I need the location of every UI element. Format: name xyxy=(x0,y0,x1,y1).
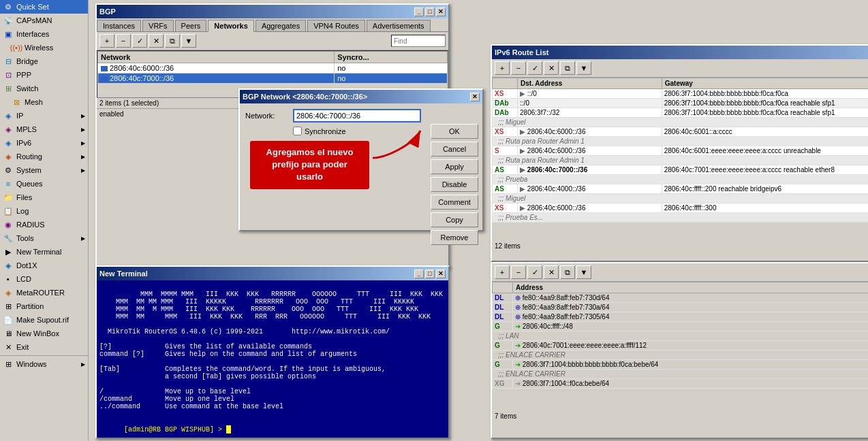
ipv6-check-btn[interactable]: ✓ xyxy=(527,61,542,75)
sidebar-item-capsman[interactable]: 📡 CAPsMAN xyxy=(0,14,88,27)
addr-table-row[interactable]: G ➜ 2806:40c:7001:eeee:eeee:eeee:a:ffff/… xyxy=(493,341,869,350)
route-table-row[interactable]: AS ▶ 2806:40c:7000::/36 2806:40c:7001:ee… xyxy=(493,165,869,175)
route-table-row[interactable]: ;;; Prueba xyxy=(493,175,869,184)
sidebar-item-log[interactable]: 📋 Log xyxy=(0,204,88,218)
route-table-row[interactable]: S ▶ 2806:40c:6000::/36 2806:40c:6001:eee… xyxy=(493,146,869,156)
bgp-filter-btn[interactable]: ▼ xyxy=(181,34,196,48)
terminal-minimize-btn[interactable]: _ xyxy=(414,270,424,278)
sidebar-item-radius[interactable]: ◉ RADIUS xyxy=(0,218,88,231)
route-table-row[interactable]: ;;; Miguel xyxy=(493,118,869,127)
sidebar-item-exit[interactable]: ✕ Exit xyxy=(0,340,88,354)
network-input[interactable] xyxy=(293,109,421,122)
terminal-body[interactable]: MMM MMMM MMM III KKK KKK RRRRRR OOOOOO T… xyxy=(97,280,448,438)
route-table-row[interactable]: ;;; Ruta para Router Admin 1 xyxy=(493,137,869,146)
bgp-find-input[interactable] xyxy=(391,35,446,47)
ipv6-titlebar[interactable]: IPv6 Route List _ □ ✕ xyxy=(492,46,868,59)
dialog-copy-btn[interactable]: Copy xyxy=(431,212,478,227)
addr-table-row[interactable]: ;;; LAN xyxy=(493,331,869,341)
terminal-close-btn[interactable]: ✕ xyxy=(436,270,446,278)
route-table-row[interactable]: ;;; Prueba Es... xyxy=(493,213,869,223)
dialog-comment-btn[interactable]: Comment xyxy=(431,195,478,210)
tab-networks[interactable]: Networks xyxy=(208,20,254,32)
route-table-row[interactable]: AS ▶ 2806:40c:4000::/36 2806:40c:ffff::2… xyxy=(493,184,869,194)
route-table-row[interactable]: ;;; Ruta para Router Admin 1 xyxy=(493,156,869,165)
addr-table-row[interactable]: DL ⊕ fe80::4aa9:8aff:feb7:7305/64 xyxy=(493,312,869,322)
sidebar-item-wireless[interactable]: ((•)) Wireless xyxy=(0,41,88,54)
sidebar-item-metarouter[interactable]: ◈ MetaROUTER xyxy=(0,286,88,299)
tab-instances[interactable]: Instances xyxy=(97,20,141,31)
sidebar-item-files[interactable]: 📁 Files xyxy=(0,191,88,204)
route-table-row[interactable]: XS ▶ 2806:40c:6000::/36 2806:40c:6001::a… xyxy=(493,127,869,137)
terminal-maximize-btn[interactable]: □ xyxy=(425,270,435,278)
bgp-check-btn[interactable]: ✓ xyxy=(132,34,147,48)
sidebar-item-ip[interactable]: ◈ IP ▶ xyxy=(0,109,88,122)
bgp-net-dialog-titlebar[interactable]: BGP Network <2806:40c:7000::/36> ✕ xyxy=(240,90,482,103)
bgp-titlebar[interactable]: BGP _ □ ✕ xyxy=(97,5,448,18)
bgp-table-row[interactable]: 2806:40c:6000::/36 no xyxy=(98,63,448,74)
route-table-row[interactable]: ;;; Miguel xyxy=(493,194,869,203)
sidebar-item-makesupout[interactable]: 📄 Make Supout.rif xyxy=(0,313,88,327)
dialog-disable-btn[interactable]: Disable xyxy=(431,177,478,192)
addr-table-row[interactable]: ;;; ENLACE CARRIER xyxy=(493,370,869,379)
tab-advertisements[interactable]: Advertisements xyxy=(367,20,431,31)
route-table-row[interactable]: DAb 2806:3f7::/32 2806:3f7:1004:bbbb:bbb… xyxy=(493,108,869,118)
tab-peers[interactable]: Peers xyxy=(175,20,207,31)
sidebar-item-quickset[interactable]: ⚙ Quick Set xyxy=(0,0,88,14)
sidebar-item-ipv6[interactable]: ◈ IPv6 ▶ xyxy=(0,136,88,150)
bgp-add-btn[interactable]: + xyxy=(99,34,114,48)
bgp-close-btn[interactable]: ✕ xyxy=(436,7,446,16)
sidebar-item-new-terminal[interactable]: ▶ New Terminal xyxy=(0,245,88,259)
addr-table-row[interactable]: G ➜ 2806:40c:ffff::/48 xyxy=(493,322,869,331)
sidebar-item-windows[interactable]: ⊞ Windows ▶ xyxy=(0,357,88,371)
dialog-cancel-btn[interactable]: Cancel xyxy=(431,142,478,157)
bgp-copy-btn[interactable]: ⧉ xyxy=(165,34,180,48)
dialog-apply-btn[interactable]: Apply xyxy=(431,159,478,174)
bgp-net-dialog-close[interactable]: ✕ xyxy=(470,93,480,101)
bgp-minimize-btn[interactable]: _ xyxy=(414,7,424,16)
route-table-row[interactable]: XS ▶ 2806:40c:6000::/36 2806:40c:ffff::3… xyxy=(493,203,869,213)
dialog-remove-btn[interactable]: Remove xyxy=(431,230,478,245)
addr-table-row[interactable]: DL ⊕ fe80::4aa9:8aff:feb7:730d/64 xyxy=(493,293,869,303)
addr-copy-btn[interactable]: ⧉ xyxy=(560,265,575,279)
tab-aggregates[interactable]: Aggregates xyxy=(255,20,306,31)
sidebar-item-tools[interactable]: 🔧 Tools ▶ xyxy=(0,231,88,245)
sidebar-item-bridge[interactable]: ⊟ Bridge xyxy=(0,54,88,68)
sidebar-item-ppp[interactable]: ⊡ PPP xyxy=(0,68,88,82)
sidebar-item-routing[interactable]: ◈ Routing ▶ xyxy=(0,150,88,163)
sidebar-item-mesh[interactable]: ⊠ Mesh xyxy=(0,95,88,109)
terminal-titlebar[interactable]: New Terminal _ □ ✕ xyxy=(97,267,448,280)
sidebar-item-interfaces[interactable]: ▣ Interfaces xyxy=(0,27,88,41)
ipv6-remove-btn[interactable]: − xyxy=(511,61,526,75)
addr-remove-btn[interactable]: − xyxy=(511,265,526,279)
addr-filter-btn[interactable]: ▼ xyxy=(576,265,591,279)
sidebar-item-lcd[interactable]: ▪ LCD xyxy=(0,272,88,286)
synchronize-checkbox[interactable] xyxy=(293,127,302,135)
bgp-x-btn[interactable]: ✕ xyxy=(149,34,164,48)
route-table-row[interactable]: DAb ::/0 2806:3f7:1004:bbbb:bbbb:bbbb:f0… xyxy=(493,99,869,108)
ipv6-filter-btn[interactable]: ▼ xyxy=(576,61,591,75)
addr-check-btn[interactable]: ✓ xyxy=(527,265,542,279)
ipv6-x-btn[interactable]: ✕ xyxy=(544,61,559,75)
addr-table-row[interactable]: DL ⊕ fe80::4aa9:8aff:feb7:730a/64 xyxy=(493,303,869,312)
dialog-ok-btn[interactable]: OK xyxy=(431,124,478,139)
sidebar-item-dot1x[interactable]: ◈ Dot1X xyxy=(0,259,88,272)
sidebar-item-mpls[interactable]: ◈ MPLS ▶ xyxy=(0,122,88,136)
tab-vpn4routes[interactable]: VPN4 Routes xyxy=(307,20,365,31)
ipv6-add-btn[interactable]: + xyxy=(495,61,510,75)
bgp-remove-btn[interactable]: − xyxy=(116,34,131,48)
addr-x-btn[interactable]: ✕ xyxy=(544,265,559,279)
route-table-row[interactable]: XS ▶ ::/0 2806:3f7:1004:bbbb:bbbb:bbbb:f… xyxy=(493,89,869,99)
sidebar-item-newwinbox[interactable]: 🖥 New WinBox xyxy=(0,327,88,340)
addr-table-row[interactable]: ;;; ENLACE CARRIER xyxy=(493,350,869,360)
sidebar-item-switch[interactable]: ⊞ Switch xyxy=(0,82,88,95)
addr-table-row[interactable]: G ➜ 2806:3f7:1004:bbbb:bbbb:bbbb:f0ca:be… xyxy=(493,360,869,370)
ipv6-copy-btn[interactable]: ⧉ xyxy=(560,61,575,75)
sidebar-item-queues[interactable]: ≡ Queues xyxy=(0,177,88,191)
sidebar-item-system[interactable]: ⚙ System ▶ xyxy=(0,163,88,177)
tab-vrfs[interactable]: VRFs xyxy=(142,20,174,31)
addr-add-btn[interactable]: + xyxy=(495,265,510,279)
addr-table-row[interactable]: XG ➜ 2806:3f7:1004::f0ca:bebe/64 xyxy=(493,379,869,389)
bgp-maximize-btn[interactable]: □ xyxy=(425,7,435,16)
sidebar-item-partition[interactable]: ⊞ Partition xyxy=(0,299,88,313)
bgp-table-row[interactable]: 2806:40c:7000::/36 no xyxy=(98,74,448,84)
